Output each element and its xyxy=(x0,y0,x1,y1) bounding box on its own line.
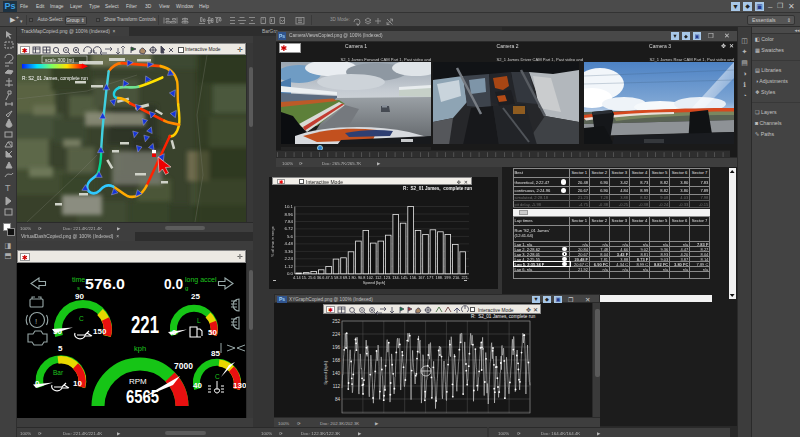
svg-text:150: 150 xyxy=(93,327,107,336)
svg-text:40: 40 xyxy=(193,381,202,390)
svg-text:T: T xyxy=(5,183,11,193)
svg-text:112: 112 xyxy=(333,384,341,389)
svg-text:50: 50 xyxy=(208,328,217,337)
svg-text:252: 252 xyxy=(332,319,340,324)
svg-text:C: C xyxy=(215,373,220,380)
svg-text:50: 50 xyxy=(53,327,62,336)
svg-text:6.72: 6.72 xyxy=(284,226,293,231)
svg-text:1.12: 1.12 xyxy=(284,264,293,269)
svg-text:time: time xyxy=(72,276,85,283)
svg-text:3.36: 3.36 xyxy=(284,249,293,254)
svg-text:0.0: 0.0 xyxy=(164,275,183,292)
svg-text:7.84: 7.84 xyxy=(284,219,293,224)
svg-text:221: 221 xyxy=(131,311,159,338)
svg-text:0: 0 xyxy=(172,328,177,337)
svg-text:168: 168 xyxy=(332,358,340,363)
svg-text:84: 84 xyxy=(335,397,341,402)
svg-text:L: L xyxy=(197,317,201,324)
svg-text:196: 196 xyxy=(332,345,340,350)
svg-text:140: 140 xyxy=(332,371,340,376)
svg-text:25: 25 xyxy=(191,292,200,301)
svg-text:2.24: 2.24 xyxy=(284,256,293,261)
svg-text:g: g xyxy=(185,285,188,291)
svg-text:5.6: 5.6 xyxy=(287,234,294,239)
svg-text:7000: 7000 xyxy=(174,361,193,371)
svg-text:10: 10 xyxy=(73,379,82,388)
svg-text:Speed [kph]: Speed [kph] xyxy=(363,280,385,285)
svg-text:!: ! xyxy=(35,317,37,326)
svg-text:6565: 6565 xyxy=(126,387,159,407)
svg-text:90: 90 xyxy=(75,292,84,301)
svg-text:Bar: Bar xyxy=(53,369,64,376)
svg-text:85: 85 xyxy=(211,349,220,358)
svg-text:0: 0 xyxy=(35,379,40,388)
svg-text:% of time in range: % of time in range xyxy=(271,226,275,257)
svg-text:C: C xyxy=(79,315,84,322)
svg-text:R: S2_01 James, complete run: R: S2_01 James, complete run xyxy=(22,76,88,81)
svg-text:5: 5 xyxy=(58,344,63,353)
svg-text:224: 224 xyxy=(332,332,340,337)
svg-text:s: s xyxy=(77,285,80,291)
svg-text:576.0: 576.0 xyxy=(85,275,125,292)
svg-text:RPM: RPM xyxy=(129,377,147,386)
svg-text:long accel: long accel xyxy=(185,276,217,284)
svg-text:kph: kph xyxy=(134,344,146,353)
svg-text:Speed [kph]: Speed [kph] xyxy=(323,361,328,384)
svg-text:130: 130 xyxy=(233,381,246,390)
svg-text:scale 300 (m): scale 300 (m) xyxy=(45,58,74,63)
svg-text:10.1: 10.1 xyxy=(284,204,293,209)
svg-text:8.96: 8.96 xyxy=(284,212,293,217)
svg-text:4.48: 4.48 xyxy=(284,241,293,246)
